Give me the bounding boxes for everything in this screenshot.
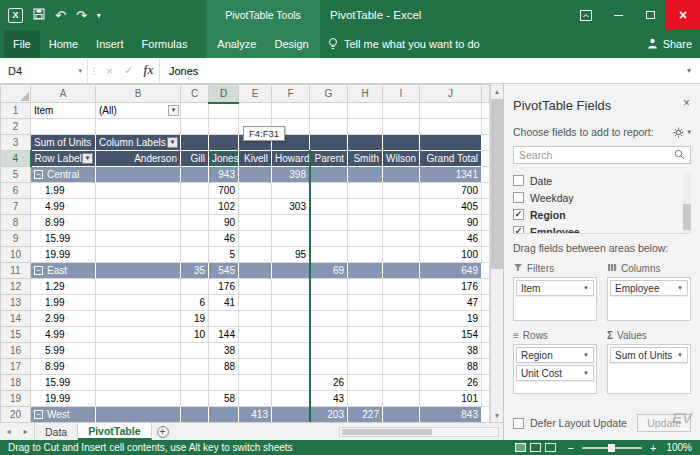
cell-A20[interactable]: −West [31, 407, 96, 423]
cell-G8[interactable] [310, 215, 348, 231]
select-all-button[interactable] [1, 85, 31, 103]
scroll-up-icon[interactable]: ▲ [491, 84, 503, 98]
cell-H11[interactable] [348, 263, 383, 279]
excel-app-icon[interactable]: X [8, 8, 23, 23]
cell-D4[interactable]: Jones [209, 151, 239, 167]
cell-C20[interactable] [181, 407, 209, 423]
cell-I17[interactable] [383, 359, 420, 375]
cell-C13[interactable]: 6 [181, 295, 209, 311]
cell-A16[interactable]: 5.99 [31, 343, 96, 359]
cell-H6[interactable] [348, 183, 383, 199]
cell-J3[interactable] [420, 135, 482, 151]
filter-dropdown-button[interactable]: ▼ [82, 153, 93, 164]
area-field-sum-of-units[interactable]: Sum of Units▼ [610, 347, 688, 363]
zoom-in-button[interactable]: + [648, 442, 658, 454]
cell-D16[interactable]: 38 [209, 343, 239, 359]
cell-E11[interactable] [239, 263, 272, 279]
cell-D17[interactable]: 88 [209, 359, 239, 375]
cell-C11[interactable]: 35 [181, 263, 209, 279]
cell-F6[interactable] [272, 183, 310, 199]
cell-J5[interactable]: 1341 [420, 167, 482, 183]
column-header-A[interactable]: A [31, 85, 96, 103]
cell-A18[interactable]: 15.99 [31, 375, 96, 391]
pane-close-icon[interactable]: × [683, 96, 690, 110]
cell-H7[interactable] [348, 199, 383, 215]
cell-I14[interactable] [383, 311, 420, 327]
cell-F10[interactable]: 95 [272, 247, 310, 263]
cell-J16[interactable]: 38 [420, 343, 482, 359]
cell-C14[interactable]: 19 [181, 311, 209, 327]
enter-icon[interactable]: ✓ [119, 58, 138, 83]
cell-I18[interactable] [383, 375, 420, 391]
cell-I5[interactable] [383, 167, 420, 183]
cell-B4[interactable]: Anderson [96, 151, 181, 167]
new-sheet-button[interactable]: + [152, 423, 174, 440]
cell-G18[interactable]: 26 [310, 375, 348, 391]
cell-A7[interactable]: 4.99 [31, 199, 96, 215]
cell-F18[interactable] [272, 375, 310, 391]
cell-E15[interactable] [239, 327, 272, 343]
cell-G20[interactable]: 203 [310, 407, 348, 423]
cell-H4[interactable]: Smith [348, 151, 383, 167]
column-header-E[interactable]: E [239, 85, 272, 103]
cell-B15[interactable] [96, 327, 181, 343]
cell-E13[interactable] [239, 295, 272, 311]
filter-dropdown-button[interactable]: ▼ [167, 137, 178, 148]
cell-D5[interactable]: 943 [209, 167, 239, 183]
cell-H9[interactable] [348, 231, 383, 247]
cell-J15[interactable]: 154 [420, 327, 482, 343]
zoom-level[interactable]: 100% [666, 442, 692, 453]
cell-D9[interactable]: 46 [209, 231, 239, 247]
cell-G5[interactable] [310, 167, 348, 183]
cell-E5[interactable] [239, 167, 272, 183]
insert-function-button[interactable]: fx [138, 58, 160, 83]
cell-I15[interactable] [383, 327, 420, 343]
cell-B20[interactable] [96, 407, 181, 423]
field-checkbox[interactable] [513, 192, 524, 203]
cell-D12[interactable]: 176 [209, 279, 239, 295]
cell-E18[interactable] [239, 375, 272, 391]
area-field-item[interactable]: Item▼ [516, 280, 594, 296]
row-header-2[interactable]: 2 [1, 119, 31, 135]
cell-C3[interactable] [181, 135, 209, 151]
cell-I3[interactable] [383, 135, 420, 151]
row-header-17[interactable]: 17 [1, 359, 31, 375]
vertical-scrollbar[interactable]: ▲ ▼ [490, 84, 503, 422]
cell-B8[interactable] [96, 215, 181, 231]
column-header-B[interactable]: B [96, 85, 181, 103]
cell-D10[interactable]: 5 [209, 247, 239, 263]
cell-F1[interactable] [272, 103, 310, 119]
field-checkbox[interactable] [513, 175, 524, 186]
cell-A3[interactable]: Sum of Units [31, 135, 96, 151]
cell-F12[interactable] [272, 279, 310, 295]
field-item-employee[interactable]: ✓Employee [513, 223, 681, 234]
cell-C8[interactable] [181, 215, 209, 231]
cell-B3[interactable]: Column Labels▼ [96, 135, 181, 151]
name-box-dropdown-icon[interactable]: ▾ [78, 67, 87, 75]
cell-A5[interactable]: −Central [31, 167, 96, 183]
cell-H10[interactable] [348, 247, 383, 263]
search-box[interactable] [513, 146, 691, 164]
cell-C18[interactable] [181, 375, 209, 391]
cell-A10[interactable]: 19.99 [31, 247, 96, 263]
cell-B2[interactable] [96, 119, 181, 135]
cell-F9[interactable] [272, 231, 310, 247]
cell-G7[interactable] [310, 199, 348, 215]
cell-D19[interactable]: 58 [209, 391, 239, 407]
cell-D18[interactable] [209, 375, 239, 391]
cell-E4[interactable]: Kivell [239, 151, 272, 167]
vertical-scroll-thumb[interactable] [491, 99, 503, 269]
share-button[interactable]: Share [647, 30, 692, 58]
cell-E19[interactable] [239, 391, 272, 407]
cell-C4[interactable]: Gill [181, 151, 209, 167]
maximize-button[interactable] [634, 0, 666, 30]
cell-C19[interactable] [181, 391, 209, 407]
row-header-19[interactable]: 19 [1, 391, 31, 407]
cell-J2[interactable] [420, 119, 482, 135]
row-header-6[interactable]: 6 [1, 183, 31, 199]
cell-C7[interactable] [181, 199, 209, 215]
row-header-12[interactable]: 12 [1, 279, 31, 295]
field-checkbox[interactable]: ✓ [513, 226, 524, 234]
cell-C15[interactable]: 10 [181, 327, 209, 343]
page-layout-view-icon[interactable] [530, 443, 541, 452]
